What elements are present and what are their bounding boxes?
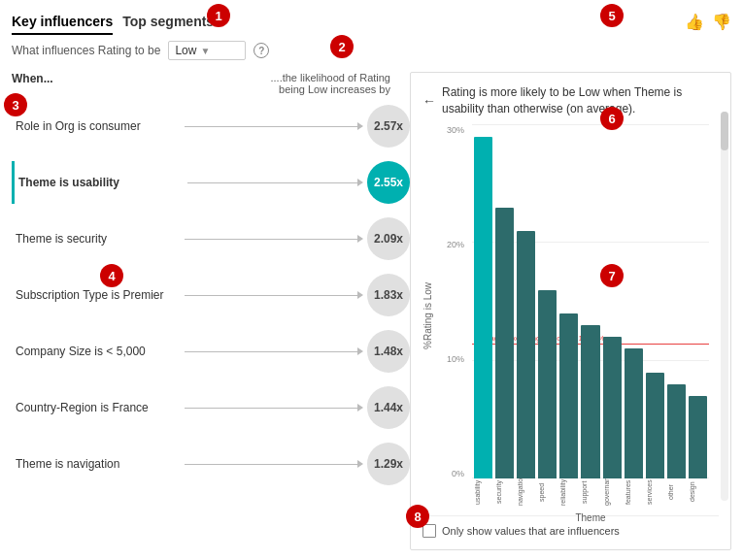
col-when-label: When... [12,72,53,85]
arrow-line-5 [185,404,363,412]
bar-other[interactable] [667,384,686,478]
bar-support[interactable] [581,325,599,478]
tab-bar: Key influencers Top segments [12,10,223,33]
influencer-list: Role in Org is consumer2.57xTheme is usa… [12,105,410,485]
influencer-label-4: Company Size is < 5,000 [16,345,181,358]
x-label-usability: usability [474,478,492,506]
bar-wrapper-0 [474,125,492,478]
y-tick-0: 0% [452,469,464,478]
influencer-row-3[interactable]: Subscription Type is Premier1.83x [12,274,410,316]
influencer-row-5[interactable]: Country-Region is France1.44x [12,386,410,429]
influencer-label-1: Theme is usability [18,176,184,189]
callout-4: 4 [100,264,123,287]
back-row: ← Rating is more likely to be Low when T… [422,84,719,117]
thumbs-up-button[interactable]: 👍 [685,13,704,31]
arrow-line-2 [185,235,363,243]
arrow-line-1 [187,179,363,186]
y-tick-20: 20% [447,240,464,249]
influencer-badge-5: 1.44x [367,386,410,429]
header-icons: 👍 👎 [685,13,731,31]
bar-wrapper-2 [517,125,535,478]
influencer-row-1[interactable]: Theme is usability2.55x [12,161,410,204]
bar-reliability[interactable] [559,313,578,478]
bar-governance[interactable] [603,337,622,478]
x-label-navigation: navigation [517,478,535,506]
rating-dropdown[interactable]: Low ▼ [168,41,246,60]
column-headers: When... ....the likelihood of Rating bei… [12,72,410,95]
thumbs-down-button[interactable]: 👎 [712,13,731,31]
scrollbar-thumb[interactable] [721,112,728,150]
y-axis-label: %Rating is Low [422,282,433,349]
influencer-badge-6: 1.29x [367,443,410,485]
arrow-line-3 [185,291,363,299]
influencer-badge-2: 2.09x [367,217,410,260]
influencer-badge-1: 2.55x [367,161,410,204]
chart-area: %Rating is Low 30% 20% 10% 0% [422,125,719,508]
bar-design[interactable] [689,396,707,478]
x-label-security: security [495,478,514,506]
bar-services[interactable] [646,373,664,478]
influencer-row-2[interactable]: Theme is security2.09x [12,217,410,260]
influencer-label-0: Role in Org is consumer [16,119,181,133]
arrow-line-0 [185,122,363,130]
x-axis-labels: usabilitysecuritynavigationspeedreliabil… [472,478,709,508]
dropdown-value: Low [175,44,196,57]
right-panel: ← Rating is more likely to be Low when T… [410,72,731,550]
influencer-row-6[interactable]: Theme is navigation1.29x [12,443,410,485]
callout-6: 6 [600,107,624,130]
bar-wrapper-7 [625,125,643,478]
bar-usability[interactable] [474,137,492,478]
influencers-checkbox[interactable] [422,524,436,538]
x-label-services: services [646,478,664,506]
bar-security[interactable] [495,208,514,478]
influencer-label-2: Theme is security [16,232,181,246]
bar-wrapper-4 [559,125,578,478]
influencer-badge-3: 1.83x [367,274,410,316]
subtitle-row: What influences Rating to be Low ▼ ? [12,41,731,60]
bar-speed[interactable] [538,290,557,478]
bars-area: Average (excluding selected): 11.35% [472,125,709,478]
influencer-label-5: Country-Region is France [16,401,181,414]
x-label-governance: governance [603,478,622,506]
back-arrow-icon[interactable]: ← [422,93,436,109]
x-label-support: support [581,478,599,506]
checkbox-label: Only show values that are influencers [442,525,620,537]
callout-1: 1 [207,4,230,27]
chart-container: 30% 20% 10% 0% Average (excl [437,125,719,508]
dropdown-arrow-icon: ▼ [200,46,210,56]
arrow-line-4 [185,347,363,355]
bar-wrapper-6 [603,125,622,478]
subtitle-prefix: What influences Rating to be [12,44,160,57]
bar-navigation[interactable] [517,231,535,478]
callout-3: 3 [4,93,27,116]
influencer-badge-4: 1.48x [367,330,410,373]
bar-features[interactable] [625,348,643,478]
bar-wrapper-9 [667,125,686,478]
bar-wrapper-10 [689,125,707,478]
help-icon[interactable]: ? [253,43,269,58]
bar-wrapper-3 [538,125,557,478]
main-content: When... ....the likelihood of Rating bei… [12,72,731,550]
x-label-speed: speed [538,478,557,506]
col-likelihood-label: ....the likelihood of Rating being Low i… [254,72,390,95]
bar-wrapper-8 [646,125,664,478]
y-tick-30: 30% [447,125,464,135]
callout-2: 2 [330,35,354,58]
influencer-badge-0: 2.57x [367,105,410,148]
influencer-row-4[interactable]: Company Size is < 5,0001.48x [12,330,410,373]
bar-wrapper-1 [495,125,514,478]
x-label-reliability: reliability [559,478,578,506]
influencer-label-3: Subscription Type is Premier [16,288,181,302]
panel-title: Rating is more likely to be Low when The… [442,84,719,117]
tab-key-influencers[interactable]: Key influencers [12,10,122,33]
bars-flex [472,125,709,478]
influencer-label-6: Theme is navigation [16,457,181,471]
right-panel-scrollbar[interactable] [721,112,728,501]
influencer-row-0[interactable]: Role in Org is consumer2.57x [12,105,410,148]
x-label-design: design [689,478,707,506]
x-label-other: other [667,478,686,506]
x-label-features: features [625,478,643,506]
left-panel: When... ....the likelihood of Rating bei… [12,72,410,550]
callout-8: 8 [406,505,429,528]
callout-7: 7 [600,264,624,287]
